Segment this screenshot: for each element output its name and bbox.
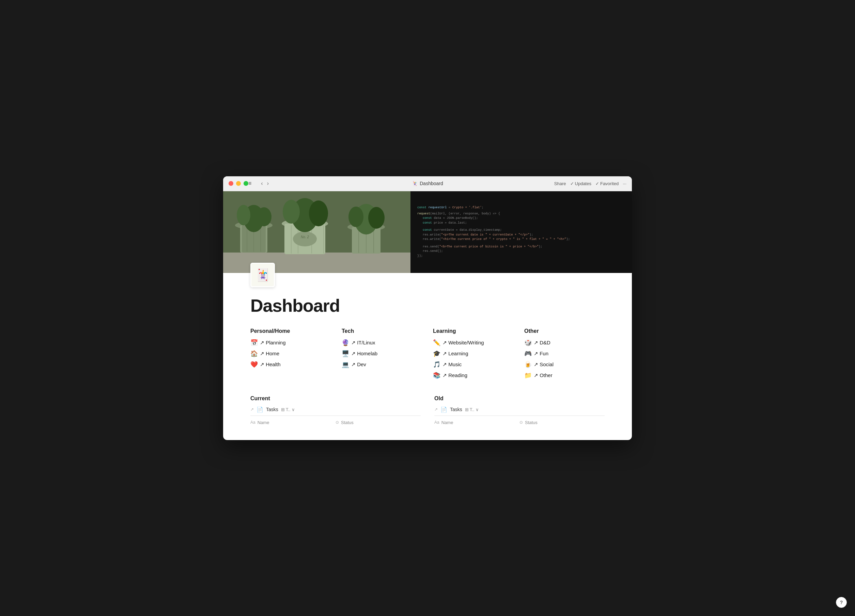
current-col-name-icon: Aa bbox=[250, 420, 256, 425]
nav-buttons: ‹ › bbox=[260, 180, 270, 187]
reading-emoji: 📚 bbox=[433, 371, 440, 379]
learning-label: ↗ Learning bbox=[443, 350, 468, 357]
link-music[interactable]: 🎵 ↗ Music bbox=[433, 361, 513, 368]
home-label: ↗ Home bbox=[260, 350, 279, 357]
app-window: ≡ ‹ › 🃏 Dashboard Share ✓ Updates ✓ Favo… bbox=[223, 176, 632, 440]
old-table-icon: 📄 bbox=[440, 407, 447, 413]
dev-emoji: 💻 bbox=[342, 361, 349, 368]
avatar: 🃏 bbox=[250, 263, 275, 287]
health-label: ↗ Health bbox=[260, 361, 281, 368]
other-label: ↗ Other bbox=[534, 372, 553, 378]
titlebar-title: Dashboard bbox=[420, 181, 443, 186]
link-home[interactable]: 🏠 ↗ Home bbox=[250, 350, 331, 357]
dnd-label: ↗ D&D bbox=[534, 340, 550, 346]
current-table-title[interactable]: Tasks bbox=[266, 407, 278, 412]
code-display: const requestUrl = Crypto + '.flat'; req… bbox=[411, 199, 632, 265]
hero-banner: No. 2 bbox=[223, 191, 632, 273]
current-chevron-icon: ∨ bbox=[291, 407, 295, 412]
maximize-button[interactable] bbox=[244, 181, 248, 186]
website-label: ↗ Website/Writing bbox=[443, 340, 484, 346]
hero-screen: const requestUrl = Crypto + '.flat'; req… bbox=[411, 191, 632, 273]
old-col-name: Aa Name bbox=[434, 419, 519, 426]
old-table-columns: Aa Name ⊙ Status bbox=[434, 416, 605, 426]
health-emoji: ❤️ bbox=[250, 361, 258, 368]
homelab-label: ↗ Homelab bbox=[351, 350, 377, 357]
fun-emoji: 🎮 bbox=[524, 350, 532, 357]
itlinux-label: ↗ IT/Linux bbox=[351, 340, 375, 346]
link-dnd[interactable]: 🎲 ↗ D&D bbox=[524, 339, 605, 347]
favorited-button[interactable]: ✓ Favorited bbox=[595, 181, 619, 186]
svg-point-10 bbox=[256, 207, 271, 226]
section-personal: Personal/Home 📅 ↗ Planning 🏠 ↗ Home ❤️ ↗… bbox=[250, 328, 331, 379]
link-itlinux[interactable]: 🔮 ↗ IT/Linux bbox=[342, 339, 422, 347]
link-dev[interactable]: 💻 ↗ Dev bbox=[342, 361, 422, 368]
back-button[interactable]: ‹ bbox=[260, 180, 264, 187]
old-table-title[interactable]: Tasks bbox=[450, 407, 462, 412]
minimize-button[interactable] bbox=[236, 181, 241, 186]
link-website-writing[interactable]: ✏️ ↗ Website/Writing bbox=[433, 339, 513, 347]
other-emoji: 📁 bbox=[524, 371, 532, 379]
current-section: Current ↗ 📄 Tasks ⊞ T.. ∨ Aa Name bbox=[250, 396, 421, 426]
page-favicon: 🃏 bbox=[412, 181, 418, 186]
planning-label: ↗ Planning bbox=[260, 340, 286, 346]
old-col-status: ⊙ Status bbox=[519, 419, 605, 426]
share-button[interactable]: Share bbox=[554, 181, 566, 186]
avatar-emoji: 🃏 bbox=[255, 268, 270, 282]
forward-button[interactable]: › bbox=[266, 180, 270, 187]
current-grid-icon: ⊞ bbox=[281, 407, 285, 412]
music-emoji: 🎵 bbox=[433, 361, 440, 368]
page-title: Dashboard bbox=[250, 295, 605, 316]
old-view-button[interactable]: ⊞ T.. ∨ bbox=[465, 407, 479, 412]
old-col-name-icon: Aa bbox=[434, 420, 440, 425]
avatar-section: 🃏 bbox=[223, 263, 632, 287]
svg-point-28 bbox=[348, 206, 363, 227]
hero-left: No. 2 bbox=[223, 191, 411, 273]
current-col-name: Aa Name bbox=[250, 419, 336, 426]
dnd-emoji: 🎲 bbox=[524, 339, 532, 347]
old-chevron-icon: ∨ bbox=[475, 407, 479, 412]
updates-button[interactable]: ✓ Updates bbox=[570, 181, 591, 186]
close-button[interactable] bbox=[228, 181, 233, 186]
section-learning-header: Learning bbox=[433, 328, 513, 334]
link-planning[interactable]: 📅 ↗ Planning bbox=[250, 339, 331, 347]
social-label: ↗ Social bbox=[534, 361, 553, 368]
current-table-header: ↗ 📄 Tasks ⊞ T.. ∨ bbox=[250, 407, 421, 413]
current-col-status: ⊙ Status bbox=[336, 419, 421, 426]
link-social[interactable]: 🍺 ↗ Social bbox=[524, 361, 605, 368]
hero-plants-svg: No. 2 bbox=[223, 191, 411, 273]
sidebar-toggle-button[interactable]: ≡ bbox=[248, 180, 251, 186]
learning-emoji: 🎓 bbox=[433, 350, 440, 357]
more-button[interactable]: ··· bbox=[623, 181, 627, 186]
help-button[interactable]: ? bbox=[836, 597, 847, 608]
svg-text:No. 2: No. 2 bbox=[301, 235, 309, 239]
current-view-button[interactable]: ⊞ T.. ∨ bbox=[281, 407, 295, 412]
homelab-emoji: 🖥️ bbox=[342, 350, 349, 357]
link-homelab[interactable]: 🖥️ ↗ Homelab bbox=[342, 350, 422, 357]
traffic-lights bbox=[228, 181, 248, 186]
link-reading[interactable]: 📚 ↗ Reading bbox=[433, 371, 513, 379]
website-emoji: ✏️ bbox=[433, 339, 440, 347]
current-col-status-icon: ⊙ bbox=[336, 420, 339, 425]
svg-point-20 bbox=[283, 200, 300, 223]
link-learning[interactable]: 🎓 ↗ Learning bbox=[433, 350, 513, 357]
section-other-items: 🎲 ↗ D&D 🎮 ↗ Fun 🍺 ↗ Social 📁 ↗ Other bbox=[524, 339, 605, 379]
link-other[interactable]: 📁 ↗ Other bbox=[524, 371, 605, 379]
svg-point-13 bbox=[293, 231, 317, 246]
current-title: Current bbox=[250, 396, 421, 402]
svg-point-9 bbox=[237, 205, 250, 225]
svg-point-21 bbox=[309, 200, 328, 226]
music-label: ↗ Music bbox=[443, 361, 461, 368]
page-content: Dashboard Personal/Home 📅 ↗ Planning 🏠 ↗… bbox=[223, 287, 632, 440]
bottom-grid: Current ↗ 📄 Tasks ⊞ T.. ∨ Aa Name bbox=[250, 396, 605, 426]
current-table-columns: Aa Name ⊙ Status bbox=[250, 416, 421, 426]
old-table-header: ↗ 📄 Tasks ⊞ T.. ∨ bbox=[434, 407, 605, 413]
section-personal-header: Personal/Home bbox=[250, 328, 331, 334]
section-tech: Tech 🔮 ↗ IT/Linux 🖥️ ↗ Homelab 💻 ↗ Dev bbox=[342, 328, 422, 379]
link-health[interactable]: ❤️ ↗ Health bbox=[250, 361, 331, 368]
current-table-icon: 📄 bbox=[256, 407, 263, 413]
hero-image: No. 2 bbox=[223, 191, 632, 273]
old-link-icon: ↗ bbox=[434, 407, 438, 412]
titlebar-actions: Share ✓ Updates ✓ Favorited ··· bbox=[554, 181, 627, 186]
link-fun[interactable]: 🎮 ↗ Fun bbox=[524, 350, 605, 357]
planning-emoji: 📅 bbox=[250, 339, 258, 347]
